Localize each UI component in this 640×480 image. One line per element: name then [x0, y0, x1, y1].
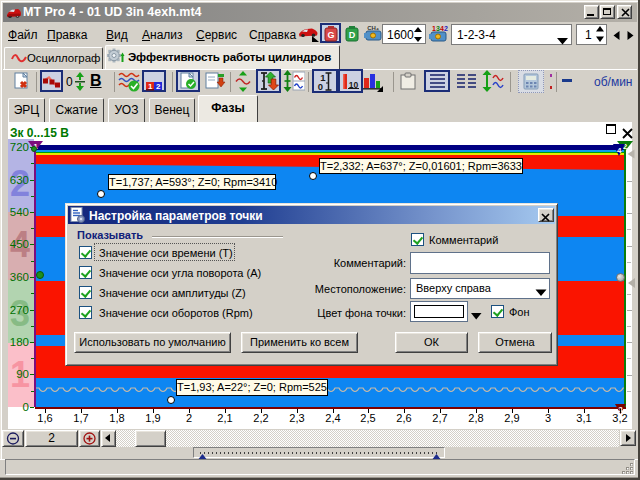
svg-text:CH₄: CH₄: [367, 25, 379, 31]
svg-text:0: 0: [318, 81, 323, 91]
svg-text:D: D: [349, 30, 356, 40]
svg-text:G: G: [327, 30, 334, 40]
svg-text:2: 2: [444, 25, 448, 32]
svg-text:4: 4: [617, 146, 622, 155]
svg-text:1: 1: [148, 82, 153, 91]
svg-text:2: 2: [156, 82, 161, 91]
